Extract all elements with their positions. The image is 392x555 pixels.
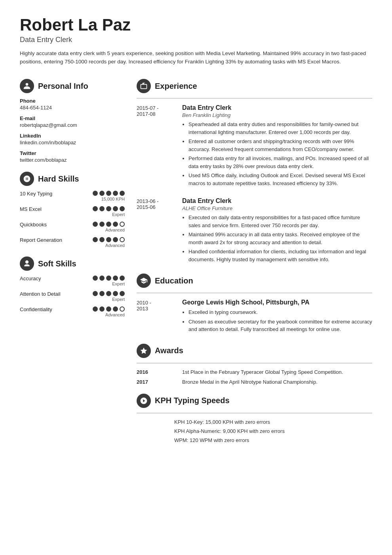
dot [99,206,105,211]
dot [113,306,118,312]
skill-msexcel: MS Excel Expert [20,206,125,217]
skill-10key-rating: 15,000 KPH [93,191,125,201]
dot [120,206,125,211]
skill-msexcel-dots [93,206,125,211]
dot [120,191,125,196]
skill-quickbooks-rating: Advanced [93,222,125,232]
skill-accuracy-level: Expert [112,281,125,286]
exp-entry-2: 2013-06 -2015-06 Data Entry Clerk ALHE O… [137,197,372,265]
dot-empty [120,306,125,312]
hard-skills-section: Hard Skills 10 Key Typing 15,000 KPH MS [20,172,125,248]
skill-confidentiality: Confidentiality Advanced [20,306,125,317]
soft-skills-header: Soft Skills [20,256,125,271]
dot [113,237,118,242]
education-title: Education [155,276,193,285]
exp-2-bullets: Executed on daily data-entry responsibil… [182,214,372,263]
dot [99,276,105,281]
education-header: Education [137,274,372,288]
dot [113,191,118,196]
dot [99,191,105,196]
linkedin-value: linkedin.com/in/boblapaz [20,140,125,145]
personal-info-title: Personal Info [38,82,88,91]
exp-1-company: Ben Franklin Lighting [182,112,372,118]
dot-empty [120,222,125,227]
dot [106,222,111,227]
phone-label: Phone [20,98,125,104]
edu-1-dates: 2010 -2013 [137,299,174,335]
skill-attention-dots [93,291,125,296]
dot [93,191,98,196]
kph-header: KPH Typing Speeds [137,394,372,408]
skill-report-gen-level: Advanced [105,243,125,248]
soft-skills-section: Soft Skills Accuracy Expert Attention t [20,256,125,317]
awards-icon [137,344,151,358]
right-column: Experience 2015-07 -2017-08 Data Entry C… [137,77,372,452]
dot [120,276,125,281]
job-title: Data Entry Clerk [20,36,372,44]
experience-header: Experience [137,79,372,93]
kph-entry-2: KPH Alpha-Numeric: 9,000 KPH with zero e… [137,428,372,434]
dot [113,276,118,281]
skill-accuracy-name: Accuracy [20,276,67,281]
exp-1-bullet-3: Performed data entry for all invoices, m… [188,155,372,170]
dot [106,237,111,242]
skill-accuracy-rating: Expert [93,276,125,286]
dot [106,291,111,296]
skill-attention: Attention to Detail Expert [20,291,125,302]
dot [113,222,118,227]
personal-info-section: Personal Info Phone 484-654-1124 E-mail … [20,79,125,163]
dot [99,306,105,312]
kph-divider [137,413,372,413]
hard-skills-icon [20,172,34,186]
edu-1-bullet-1: Excelled in typing coursework. [188,308,372,316]
kph-entry-1: KPH 10-Key: 15,000 KPH with zero errors [137,419,372,425]
skill-attention-level: Expert [112,297,125,302]
exp-2-bullet-3: Handled confidential information for cli… [188,248,372,263]
skill-msexcel-rating: Expert [93,206,125,217]
dot [99,291,105,296]
candidate-name: Robert La Paz [20,16,372,34]
experience-divider [137,98,372,99]
education-section: Education 2010 -2013 George Lewis High S… [137,274,372,335]
dot [99,237,105,242]
twitter-field: Twitter twitter.com/boblapaz [20,150,125,163]
awards-divider [137,363,372,364]
skill-10key-name: 10 Key Typing [20,191,67,197]
dot [113,291,118,296]
summary: Highly accurate data entry clerk with 5 … [20,50,372,66]
phone-field: Phone 484-654-1124 [20,98,125,111]
hard-skills-header: Hard Skills [20,172,125,186]
awards-header: Awards [137,344,372,358]
education-icon [137,274,151,288]
dot [106,276,111,281]
dot [93,222,98,227]
dot [106,206,111,211]
edu-1-bullets: Excelled in typing coursework. Chosen as… [182,308,372,333]
soft-skills-icon [20,256,34,271]
dot [120,291,125,296]
experience-icon [137,79,151,93]
kph-entry-3: WPM: 120 WPM with zero errors [137,437,372,443]
awards-title: Awards [155,346,183,355]
skill-quickbooks-name: Quickbooks [20,222,67,228]
dot [93,237,98,242]
svg-point-0 [26,83,29,86]
awards-section: Awards 2016 1st Place in the February Ty… [137,344,372,385]
dot [93,276,98,281]
phone-value: 484-654-1124 [20,105,125,111]
skill-attention-name: Attention to Detail [20,291,67,297]
award-2-text: Bronze Medal in the April Nitrotype Nati… [182,379,372,385]
email-label: E-mail [20,115,125,121]
edu-entry-1: 2010 -2013 George Lewis High School, Pit… [137,299,372,335]
education-divider [137,293,372,293]
dot [93,206,98,211]
skill-quickbooks-dots [93,222,125,227]
skill-report-gen: Report Generation Advanced [20,237,125,248]
twitter-label: Twitter [20,150,125,156]
exp-2-bullet-1: Executed on daily data-entry responsibil… [188,214,372,229]
dot [93,306,98,312]
skill-10key-dots [93,191,125,196]
linkedin-label: LinkedIn [20,133,125,139]
dot [106,306,111,312]
edu-1-bullet-2: Chosen as executive secretary for the ye… [188,318,372,333]
